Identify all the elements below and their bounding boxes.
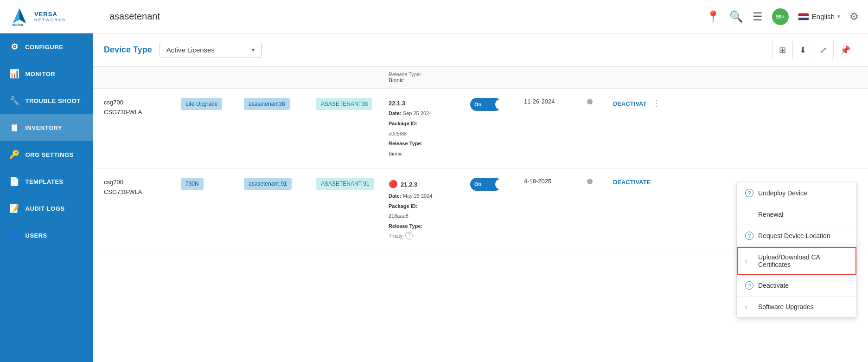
flag-icon	[798, 13, 809, 20]
deactivate-help-icon: ?	[745, 281, 753, 290]
list-icon[interactable]: ☰	[753, 10, 763, 23]
configure-icon: ⚙	[9, 42, 19, 52]
row1-toggle-circle	[495, 99, 505, 110]
row2-deactivate-btn[interactable]: Deactivate	[613, 179, 651, 186]
menu-item-software-upgrades[interactable]: ‹ Software Upgrades	[737, 297, 856, 317]
resize-tool[interactable]: ⤢	[813, 41, 833, 59]
row2-package: 730N	[181, 178, 236, 190]
row1-org: asasetenant38	[244, 98, 309, 110]
menu-item-renewal[interactable]: Renewal	[737, 204, 856, 225]
templates-icon: 📄	[9, 176, 20, 187]
row1-appliance: ASASETENANT38	[316, 98, 381, 110]
sidebar-item-configure[interactable]: ⚙ CONFIGURE	[0, 33, 93, 60]
row1-toggle[interactable]: On	[470, 98, 517, 111]
row1-pkgid-label: Package ID:	[389, 121, 417, 126]
partial-version: Release Type: Bionic	[389, 71, 463, 84]
sidebar-item-inventory[interactable]: 📋 INVENTORY	[0, 114, 93, 141]
row1-deactivate-btn[interactable]: DEACTIVAT	[613, 100, 646, 107]
sidebar-item-monitor[interactable]: 📊 MONITOR	[0, 60, 93, 87]
row1-status: On	[470, 98, 517, 111]
row2-version-alert: 🔴 21.2.3	[389, 178, 417, 191]
pin-tool[interactable]: 📌	[833, 41, 857, 59]
row1-version: 22.1.3 Date: Sep 25 2024 Package ID: e0c…	[389, 98, 463, 159]
software-upgrades-chevron: ‹	[745, 304, 753, 310]
troubleshoot-icon: 🔧	[9, 96, 20, 106]
row2-pkgid-value: 218aaa8	[389, 213, 408, 219]
active-licenses-label: Active Licenses	[166, 46, 215, 54]
sidebar-item-templates[interactable]: 📄 TEMPLATES	[0, 168, 93, 195]
row1-device-line2: CSG730-WLA	[104, 108, 173, 117]
row2-toggle-circle	[495, 179, 505, 189]
content-header: Device Type Active Licenses ▾ ⊞ ⬇ ⤢ 📌	[93, 33, 868, 67]
table-row: csg700 CSG730-WLA Lite-Upgrade asasetena…	[93, 89, 868, 168]
row1-version-num: 22.1.3	[389, 98, 463, 109]
context-dropdown-menu: ? Undeploy Device Renewal ? Request Devi…	[736, 182, 857, 317]
request-location-help-icon: ?	[745, 232, 753, 240]
sidebar-label-inventory: INVENTORY	[26, 124, 63, 131]
language-selector[interactable]: English ▾	[798, 13, 840, 20]
notification-badge[interactable]: 99+	[772, 8, 789, 25]
row1-date-value: Sep 25 2024	[403, 110, 432, 116]
sidebar-label-users: USERS	[26, 232, 47, 239]
row2-org: asasetenant-91	[244, 178, 309, 190]
sidebar-item-org-settings[interactable]: 🔑 ORG SETTINGS	[0, 141, 93, 168]
row2-pkgid-label: Package ID:	[389, 203, 417, 209]
language-label: English	[812, 13, 835, 20]
row2-device: csg700 CSG730-WLA	[104, 178, 173, 197]
row1-expiry: 11-26-2024	[524, 98, 580, 105]
columns-tool[interactable]: ⊞	[772, 41, 792, 59]
menu-item-request-location[interactable]: ? Request Device Location	[737, 225, 856, 247]
users-icon: 👤	[9, 230, 20, 240]
location-icon[interactable]: 📍	[706, 10, 720, 23]
download-tool[interactable]: ⬇	[792, 41, 813, 59]
sidebar-label-configure: CONFIGURE	[25, 44, 64, 51]
content-area: Device Type Active Licenses ▾ ⊞ ⬇ ⤢ 📌	[93, 33, 868, 362]
svg-marker-2	[19, 8, 26, 23]
row2-org-tag: asasetenant-91	[244, 178, 292, 190]
menu-item-upload-download-ca[interactable]: ‹ Upload/Download CA Certificates	[737, 247, 856, 275]
sidebar-item-users[interactable]: 👤 USERS	[0, 222, 93, 249]
alert-icon: 🔴	[389, 178, 398, 191]
renewal-label: Renewal	[758, 211, 783, 218]
row2-date-value: May 25 2024	[403, 193, 433, 199]
partial-row: Release Type: Bionic	[93, 67, 868, 89]
versa-logo: VERSA NETWORKS	[9, 6, 30, 27]
row2-appliance-tag: ASASETENANT-91	[316, 178, 374, 190]
row2-dot	[587, 178, 606, 186]
org-settings-icon: 🔑	[9, 149, 20, 160]
row2-expiry: 4-18-2025	[524, 178, 580, 185]
language-chevron: ▾	[837, 13, 840, 19]
row2-status-dot	[587, 179, 593, 184]
release-type-help-icon[interactable]: ?	[405, 232, 413, 239]
row2-release-label: Release Type:	[389, 223, 422, 229]
row2-status: On	[470, 178, 517, 191]
undeploy-help-icon: ?	[745, 189, 753, 197]
row2-release-value: Trusty	[389, 232, 402, 241]
sidebar-label-templates: TEMPLATES	[26, 178, 64, 185]
menu-item-undeploy[interactable]: ? Undeploy Device	[737, 182, 856, 204]
row1-more-btn[interactable]: ⋮	[652, 98, 661, 108]
sidebar-label-monitor: MONITOR	[26, 71, 56, 78]
sidebar-item-troubleshoot[interactable]: 🔧 TROUBLE SHOOT	[0, 87, 93, 114]
tenant-name: asasetenant	[109, 11, 699, 22]
sidebar-item-audit-logs[interactable]: 📝 AUDIT LOGS	[0, 195, 93, 222]
row1-release-value: Bionic	[389, 151, 402, 156]
row1-dot	[587, 98, 606, 106]
row1-device: csg700 CSG730-WLA	[104, 98, 173, 117]
upload-download-label: Upload/Download CA Certificates	[758, 253, 848, 268]
row2-package-tag: 730N	[181, 178, 204, 190]
logo-area: VERSA NETWORKS VERSA NETWORKS	[9, 6, 102, 27]
row2-appliance: ASASETENANT-91	[316, 178, 381, 190]
settings-icon[interactable]: ⚙	[849, 11, 859, 23]
request-location-label: Request Device Location	[758, 232, 830, 239]
search-icon[interactable]: 🔍	[729, 10, 743, 23]
device-type-label: Device Type	[104, 45, 152, 55]
notification-count: 99+	[772, 8, 789, 25]
row1-release-label: Release Type:	[389, 141, 422, 146]
active-licenses-dropdown[interactable]: Active Licenses ▾	[160, 42, 262, 58]
menu-item-deactivate[interactable]: ? Deactivate	[737, 275, 856, 297]
row2-version: 🔴 21.2.3 Date: May 25 2024 Package ID: 2…	[389, 178, 463, 240]
partial-release-type-value: Bionic	[389, 77, 463, 84]
row2-toggle[interactable]: On	[470, 178, 517, 191]
dropdown-arrow: ▾	[252, 47, 255, 53]
